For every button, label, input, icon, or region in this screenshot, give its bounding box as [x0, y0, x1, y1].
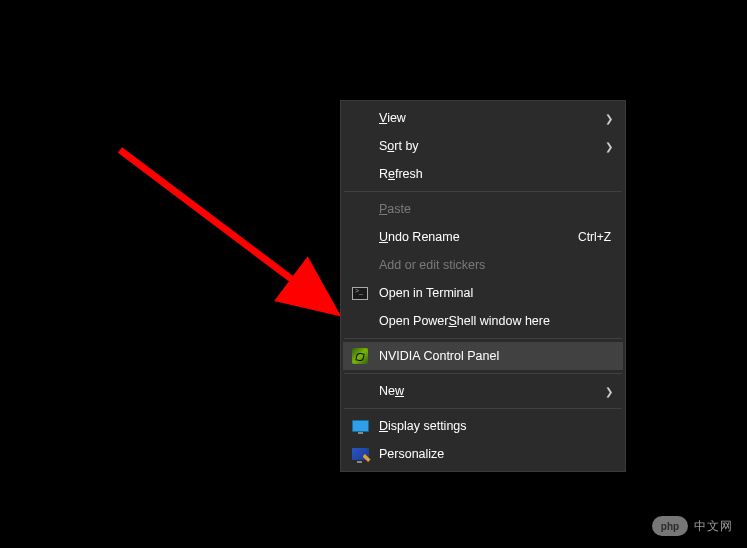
personalize-icon — [351, 445, 369, 463]
menu-separator — [344, 191, 622, 192]
chevron-right-icon: ❯ — [605, 141, 613, 152]
menu-label: Add or edit stickers — [379, 258, 615, 272]
menu-label: View — [379, 111, 615, 125]
menu-separator — [344, 373, 622, 374]
desktop-context-menu: View ❯ Sort by ❯ Refresh Paste Undo Rena… — [340, 100, 626, 472]
menu-item-new[interactable]: New ❯ — [343, 377, 623, 405]
menu-item-open-powershell[interactable]: Open PowerShell window here — [343, 307, 623, 335]
menu-item-stickers: Add or edit stickers — [343, 251, 623, 279]
menu-item-undo-rename[interactable]: Undo Rename Ctrl+Z — [343, 223, 623, 251]
menu-label: Undo Rename — [379, 230, 578, 244]
chevron-right-icon: ❯ — [605, 386, 613, 397]
display-icon — [351, 417, 369, 435]
menu-label: Refresh — [379, 167, 615, 181]
chevron-right-icon: ❯ — [605, 113, 613, 124]
menu-label: Display settings — [379, 419, 615, 433]
svg-line-1 — [120, 150, 330, 308]
menu-item-personalize[interactable]: Personalize — [343, 440, 623, 468]
menu-label: Open in Terminal — [379, 286, 615, 300]
menu-label: New — [379, 384, 615, 398]
menu-shortcut: Ctrl+Z — [578, 230, 615, 244]
watermark-text: 中文网 — [694, 518, 733, 535]
menu-item-sort-by[interactable]: Sort by ❯ — [343, 132, 623, 160]
menu-separator — [344, 338, 622, 339]
menu-item-open-terminal[interactable]: Open in Terminal — [343, 279, 623, 307]
menu-item-view[interactable]: View ❯ — [343, 104, 623, 132]
menu-label: Sort by — [379, 139, 615, 153]
menu-separator — [344, 408, 622, 409]
menu-label: Paste — [379, 202, 615, 216]
php-badge-icon: php — [652, 516, 688, 536]
menu-item-refresh[interactable]: Refresh — [343, 160, 623, 188]
nvidia-icon — [351, 347, 369, 365]
menu-label: Open PowerShell window here — [379, 314, 615, 328]
menu-item-display-settings[interactable]: Display settings — [343, 412, 623, 440]
menu-item-nvidia-control-panel[interactable]: NVIDIA Control Panel — [343, 342, 623, 370]
menu-label: Personalize — [379, 447, 615, 461]
annotation-arrow — [110, 140, 360, 340]
menu-item-paste: Paste — [343, 195, 623, 223]
terminal-icon — [351, 284, 369, 302]
menu-label: NVIDIA Control Panel — [379, 349, 615, 363]
watermark: php 中文网 — [652, 516, 733, 536]
